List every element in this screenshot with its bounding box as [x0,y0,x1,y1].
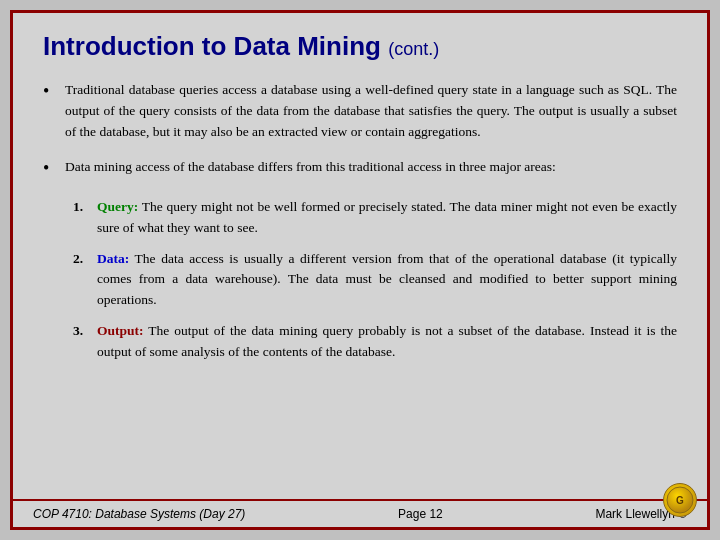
numbered-item-3: 3. Output: The output of the data mining… [73,321,677,363]
bullet-dot-2: • [43,155,65,183]
num-highlight-3: Output: [97,323,144,338]
slide-content: Introduction to Data Mining (cont.) • Tr… [13,13,707,499]
num-highlight-2: Data: [97,251,129,266]
num-body-2: The data access is usually a different v… [97,251,677,308]
logo-circle: G [663,483,697,517]
footer-logo: G [663,483,699,519]
footer-left: COP 4710: Database Systems (Day 27) [33,507,245,521]
bullet-dot-1: • [43,78,65,106]
slide-container: Introduction to Data Mining (cont.) • Tr… [10,10,710,530]
title-text: Introduction to Data Mining [43,31,381,61]
num-body-3: The output of the data mining query prob… [97,323,677,359]
bullet-section-2: • Data mining access of the database dif… [43,157,677,363]
numbered-items: 1. Query: The query might not be well fo… [73,197,677,363]
numbered-item-2: 2. Data: The data access is usually a di… [73,249,677,312]
bullet-section-1: • Traditional database queries access a … [43,80,677,143]
num-highlight-1: Query: [97,199,138,214]
numbered-item-1: 1. Query: The query might not be well fo… [73,197,677,239]
num-label-3: 3. [73,321,97,342]
num-label-1: 1. [73,197,97,218]
footer-center: Page 12 [398,507,443,521]
bullet-text-2: Data mining access of the database diffe… [65,157,677,178]
bullet-text-1: Traditional database queries access a da… [65,80,677,143]
num-text-1: Query: The query might not be well forme… [97,197,677,239]
num-text-2: Data: The data access is usually a diffe… [97,249,677,312]
slide-footer: COP 4710: Database Systems (Day 27) Page… [13,499,707,527]
slide-title: Introduction to Data Mining (cont.) [43,31,677,62]
num-text-3: Output: The output of the data mining qu… [97,321,677,363]
svg-text:G: G [676,495,684,506]
title-cont: (cont.) [388,39,439,59]
num-body-1: The query might not be well formed or pr… [97,199,677,235]
bullet-item-1: • Traditional database queries access a … [43,80,677,143]
num-label-2: 2. [73,249,97,270]
bullet-item-2: • Data mining access of the database dif… [43,157,677,183]
